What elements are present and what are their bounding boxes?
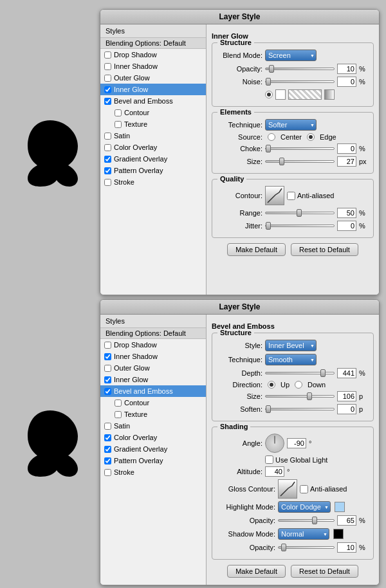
- reset-default-button-top[interactable]: Reset to Default: [291, 243, 358, 256]
- angle-value[interactable]: [287, 438, 306, 448]
- style-pattern-overlay-bottom[interactable]: Pattern Overlay: [100, 455, 206, 466]
- checkbox-inner-shadow-bottom[interactable]: [104, 353, 111, 360]
- checkbox-pattern-overlay-top[interactable]: [104, 167, 111, 174]
- checkbox-stroke-top[interactable]: [104, 179, 111, 186]
- style-inner-glow-top[interactable]: Inner Glow: [100, 84, 206, 95]
- range-value-top[interactable]: [337, 208, 356, 218]
- size-value-top[interactable]: [337, 156, 356, 167]
- anti-aliased-row-top[interactable]: Anti-aliased: [287, 192, 334, 200]
- shadow-mode-select[interactable]: Normal: [278, 528, 329, 540]
- swatch-gradient-top[interactable]: [324, 89, 335, 100]
- bevel-size-value[interactable]: [337, 391, 356, 401]
- highlight-opacity-value[interactable]: [337, 515, 356, 526]
- technique-select-wrapper-top[interactable]: Softer: [265, 119, 317, 131]
- style-satin-bottom[interactable]: Satin: [100, 420, 206, 432]
- radio-edge-top[interactable]: [307, 133, 315, 141]
- noise-slider-top[interactable]: [265, 80, 335, 83]
- altitude-value[interactable]: [265, 466, 284, 477]
- style-color-overlay-top[interactable]: Color Overlay: [100, 142, 206, 153]
- bevel-technique-select[interactable]: Smooth: [265, 354, 317, 365]
- swatch-white-top[interactable]: [275, 89, 286, 100]
- opacity-value-top[interactable]: [337, 64, 356, 74]
- technique-select-top[interactable]: Softer: [265, 119, 317, 131]
- checkbox-outer-glow-top[interactable]: [104, 75, 111, 82]
- bevel-technique-select-wrapper[interactable]: Smooth: [265, 354, 317, 365]
- contour-preview-top[interactable]: [265, 186, 284, 205]
- style-texture-top[interactable]: Texture: [100, 118, 206, 130]
- noise-value-top[interactable]: [337, 77, 356, 87]
- color-preview-top[interactable]: [288, 89, 322, 100]
- checkbox-color-overlay-top[interactable]: [104, 144, 111, 151]
- style-contour-bottom[interactable]: Contour: [100, 397, 206, 409]
- style-satin-top[interactable]: Satin: [100, 130, 206, 142]
- style-color-overlay-bottom[interactable]: Color Overlay: [100, 432, 206, 443]
- checkbox-drop-shadow-top[interactable]: [104, 51, 111, 59]
- style-outer-glow-top[interactable]: Outer Glow: [100, 72, 206, 84]
- blend-mode-select-top[interactable]: Screen: [265, 50, 317, 61]
- gloss-contour-preview[interactable]: [278, 479, 297, 499]
- checkbox-satin-top[interactable]: [104, 133, 111, 140]
- checkbox-color-overlay-bottom[interactable]: [104, 434, 111, 441]
- checkbox-outer-glow-bottom[interactable]: [104, 365, 111, 372]
- global-light-checkbox[interactable]: [265, 455, 273, 464]
- checkbox-inner-shadow-top[interactable]: [104, 63, 111, 70]
- highlight-mode-select-wrapper[interactable]: Color Dodge: [278, 501, 331, 513]
- gloss-anti-aliased-row[interactable]: Anti-aliased: [300, 485, 347, 493]
- style-gradient-overlay-top[interactable]: Gradient Overlay: [100, 153, 206, 165]
- checkbox-gradient-overlay-bottom[interactable]: [104, 446, 111, 453]
- make-default-button-top[interactable]: Make Default: [227, 243, 286, 256]
- blending-option-bottom[interactable]: Blending Options: Default: [100, 328, 206, 339]
- style-inner-glow-bottom[interactable]: Inner Glow: [100, 374, 206, 385]
- bevel-soften-value[interactable]: [337, 404, 356, 414]
- checkbox-contour-bottom[interactable]: [115, 400, 122, 407]
- checkbox-bevel-emboss-bottom[interactable]: [104, 388, 111, 395]
- style-stroke-top[interactable]: Stroke: [100, 176, 206, 188]
- shadow-mode-select-wrapper[interactable]: Normal: [278, 528, 329, 540]
- checkbox-stroke-bottom[interactable]: [104, 469, 111, 476]
- style-contour-top[interactable]: Contour: [100, 107, 206, 118]
- checkbox-contour-top[interactable]: [115, 109, 122, 116]
- highlight-opacity-slider[interactable]: [278, 519, 335, 522]
- style-drop-shadow-bottom[interactable]: Drop Shadow: [100, 339, 206, 351]
- bevel-depth-value[interactable]: [337, 368, 356, 378]
- radio-up[interactable]: [268, 381, 275, 389]
- checkbox-texture-bottom[interactable]: [115, 411, 122, 418]
- gloss-anti-aliased-checkbox[interactable]: [300, 485, 308, 493]
- reset-default-button-bottom[interactable]: Reset to Default: [291, 565, 358, 578]
- checkbox-gradient-overlay-top[interactable]: [104, 156, 111, 163]
- highlight-mode-select[interactable]: Color Dodge: [278, 501, 331, 513]
- style-bevel-emboss-top[interactable]: Bevel and Emboss: [100, 95, 206, 107]
- style-gradient-overlay-bottom[interactable]: Gradient Overlay: [100, 443, 206, 455]
- bevel-size-slider[interactable]: [265, 395, 335, 398]
- style-texture-bottom[interactable]: Texture: [100, 409, 206, 420]
- opacity-slider-top[interactable]: [265, 68, 335, 70]
- style-outer-glow-bottom[interactable]: Outer Glow: [100, 362, 206, 374]
- checkbox-bevel-emboss-top[interactable]: [104, 98, 111, 105]
- checkbox-texture-top[interactable]: [115, 121, 122, 128]
- jitter-value-top[interactable]: [337, 221, 356, 231]
- bevel-style-select[interactable]: Inner Bevel: [265, 340, 317, 351]
- style-inner-shadow-top[interactable]: Inner Shadow: [100, 60, 206, 72]
- choke-value-top[interactable]: [337, 143, 356, 154]
- bevel-depth-slider[interactable]: [265, 372, 335, 374]
- size-slider-top[interactable]: [265, 160, 335, 163]
- highlight-color-swatch[interactable]: [335, 502, 345, 512]
- angle-circle[interactable]: [265, 434, 284, 453]
- blending-option-top[interactable]: Blending Options: Default: [100, 38, 206, 49]
- style-pattern-overlay-top[interactable]: Pattern Overlay: [100, 165, 206, 176]
- make-default-button-bottom[interactable]: Make Default: [227, 565, 286, 578]
- shadow-opacity-slider[interactable]: [278, 546, 335, 549]
- checkbox-satin-bottom[interactable]: [104, 423, 111, 430]
- style-stroke-bottom[interactable]: Stroke: [100, 466, 206, 478]
- bevel-soften-slider[interactable]: [265, 408, 335, 410]
- shadow-opacity-value[interactable]: [337, 542, 356, 553]
- shadow-color-swatch[interactable]: [333, 529, 344, 539]
- checkbox-drop-shadow-bottom[interactable]: [104, 342, 111, 349]
- radio-down[interactable]: [295, 381, 302, 389]
- global-light-checkbox-label[interactable]: Use Global Light: [265, 455, 327, 464]
- blend-mode-select-wrapper-top[interactable]: Screen: [265, 50, 317, 61]
- checkbox-inner-glow-top[interactable]: [104, 86, 111, 93]
- jitter-slider-top[interactable]: [265, 225, 335, 227]
- style-bevel-emboss-bottom[interactable]: Bevel and Emboss: [100, 385, 206, 397]
- checkbox-pattern-overlay-bottom[interactable]: [104, 457, 111, 464]
